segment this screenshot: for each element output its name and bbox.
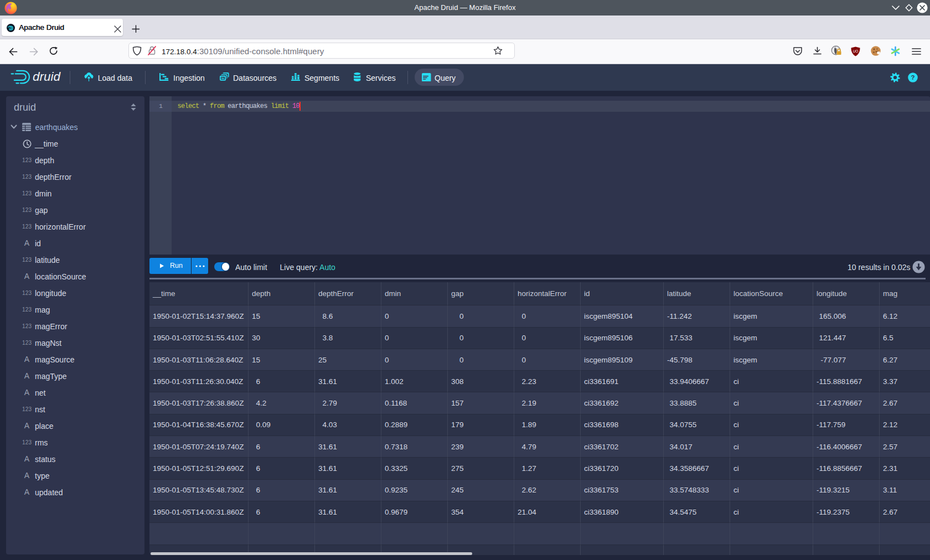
svg-text:?: ? (911, 74, 914, 81)
svg-text:UO: UO (853, 49, 859, 53)
